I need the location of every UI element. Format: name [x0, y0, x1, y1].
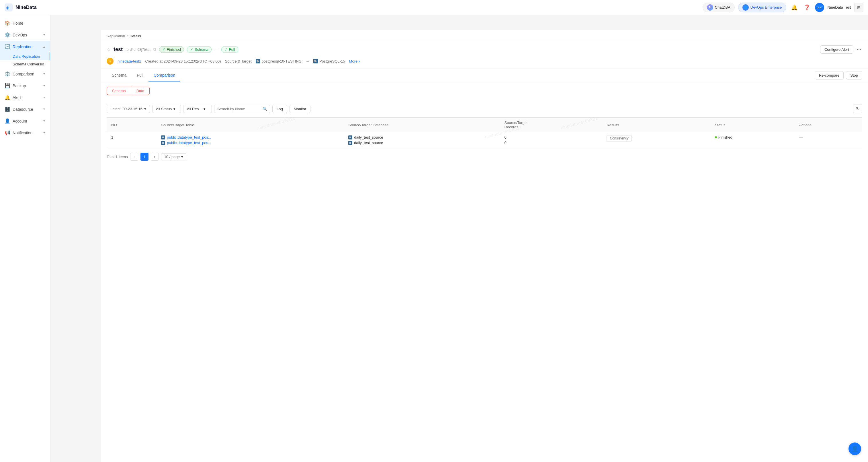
user-initials: TEST: [816, 6, 823, 9]
tab-full[interactable]: Full: [131, 69, 149, 82]
user-label[interactable]: NineData Test: [828, 5, 851, 9]
check-icon-full: ✓: [224, 47, 227, 52]
account-icon: 👤: [5, 118, 10, 124]
svg-text:◈: ◈: [6, 5, 10, 10]
account-chevron-icon: ▼: [43, 119, 45, 122]
topbar: ◈ NineData AI ChatDBA 🌐 DevOps Enterpris…: [0, 0, 868, 15]
support-button[interactable]: 👤: [848, 442, 861, 455]
col-source-target-db: Source/Target Database: [344, 118, 500, 132]
target-table-icon: ▦: [161, 141, 165, 145]
subtab-data[interactable]: Data: [131, 87, 150, 95]
configure-alert-button[interactable]: Configure Alert: [820, 45, 854, 54]
devops-chevron-icon: ▼: [43, 33, 45, 36]
toolbar-left: Latest: 09-23 15:16 ▾ All Status ▾ All R…: [106, 105, 310, 113]
target-table-name[interactable]: public.datatype_test_pos...: [167, 141, 211, 145]
action-dash: —: [799, 135, 803, 140]
per-page-select[interactable]: 10 / page ▾: [161, 153, 186, 161]
status-filter[interactable]: All Status ▾: [152, 105, 181, 113]
sidebar-label-alert: Alert: [12, 95, 21, 100]
alert-chevron-icon: ▼: [43, 96, 45, 99]
sidebar-item-comparison[interactable]: ⚖️Comparison ▼: [0, 68, 50, 80]
status-filter-chevron-icon: ▾: [174, 107, 176, 111]
page-container: Replication / Details ☆ test rp-d4dh68j7…: [101, 30, 868, 462]
more-dots-icon[interactable]: ···: [856, 45, 862, 54]
pagination: Total 1 Items ‹ 1 › 10 / page ▾: [106, 153, 862, 161]
subtab-schema[interactable]: Schema: [106, 87, 131, 95]
breadcrumb: Replication / Details: [101, 30, 868, 41]
star-icon[interactable]: ☆: [106, 47, 111, 52]
search-icon-button[interactable]: 🔍: [260, 105, 270, 113]
created-at-text: Created at 2024-09-23 15:12:02(UTC +08:0…: [145, 59, 221, 63]
devops-label: DevOps Enterprise: [750, 5, 782, 9]
sidebar-item-account[interactable]: 👤Account ▼: [0, 115, 50, 127]
copy-icon[interactable]: ⧉: [153, 47, 156, 52]
sidebar-label-datasource: Datasource: [12, 107, 33, 112]
breadcrumb-separator: /: [127, 34, 128, 38]
source-db-cell-name: daily_test_source: [354, 135, 383, 140]
cell-no: 1: [106, 132, 156, 148]
chatdba-label: ChatDBA: [715, 5, 731, 9]
notification-chevron-icon: ▼: [43, 131, 45, 134]
chatdba-button[interactable]: AI ChatDBA: [703, 3, 735, 12]
res-filter[interactable]: All Res... ▾: [183, 105, 212, 113]
finished-label: Finished: [167, 47, 181, 52]
help-icon[interactable]: ❓: [802, 3, 811, 12]
more-link[interactable]: More ∨: [349, 59, 361, 63]
datasource-icon: 🗄️: [5, 107, 10, 112]
subtabs: Schema Data: [106, 87, 150, 95]
comparison-icon: ⚖️: [5, 71, 10, 77]
sidebar-item-notification[interactable]: 📢Notification ▼: [0, 127, 50, 139]
page-1-button[interactable]: 1: [141, 153, 149, 161]
recompare-button[interactable]: Re-compare: [815, 71, 844, 80]
next-page-button[interactable]: ›: [151, 153, 159, 161]
source-table-name[interactable]: public.datatype_test_pos...: [167, 135, 211, 140]
topbar-left: ◈ NineData: [5, 3, 37, 11]
sidebar-item-replication[interactable]: 🔄Replication ▲: [0, 41, 50, 53]
sidebar-item-data-replication[interactable]: Data Replication: [0, 53, 50, 60]
breadcrumb-parent[interactable]: Replication: [106, 34, 125, 38]
sidebar-item-datasource[interactable]: 🗄️Datasource ▼: [0, 103, 50, 115]
sidebar-item-devops[interactable]: ⚙️DevOps ▼: [0, 29, 50, 41]
grid-icon[interactable]: ⊞: [854, 3, 863, 12]
stop-button[interactable]: Stop: [846, 71, 862, 80]
support-icon: 👤: [851, 445, 859, 452]
tab-full-label: Full: [137, 73, 143, 78]
sidebar-label-schema-conversio: Schema Conversio: [12, 62, 44, 66]
sidebar-item-alert[interactable]: 🔔Alert ▼: [0, 91, 50, 103]
monitor-button[interactable]: Monitor: [289, 105, 310, 113]
table-container: ninedata-test 8321 ninedata-test 8321 ni…: [106, 117, 862, 148]
sidebar-item-backup[interactable]: 💾Backup ▼: [0, 80, 50, 91]
per-page-chevron-icon: ▾: [181, 155, 183, 159]
date-filter[interactable]: Latest: 09-23 15:16 ▾: [106, 105, 150, 113]
source-table-icon: ▦: [161, 136, 165, 140]
backup-icon: 💾: [5, 83, 10, 88]
title-row: ☆ test rp-d4dh68j7bkat ⧉ ✓ Finished ✓ Sc…: [101, 41, 868, 57]
datasource-chevron-icon: ▼: [43, 108, 45, 111]
devops-nav-icon: ⚙️: [5, 32, 10, 37]
sidebar-label-backup: Backup: [12, 84, 26, 88]
cell-result: Consistency: [602, 132, 710, 148]
sidebar: 🏠Home ⚙️DevOps ▼ 🔄Replication ▲ Data Rep…: [0, 15, 51, 462]
refresh-button[interactable]: ↻: [853, 104, 862, 113]
toolbar-right: ↻: [853, 104, 862, 113]
sidebar-label-notification: Notification: [12, 131, 32, 135]
sidebar-item-home[interactable]: 🏠Home: [0, 17, 50, 29]
tab-schema[interactable]: Schema: [106, 69, 131, 82]
prev-page-button[interactable]: ‹: [130, 153, 138, 161]
main-content: Replication / Details ☆ test rp-d4dh68j7…: [101, 30, 868, 462]
devops-button[interactable]: 🌐 DevOps Enterprise: [738, 3, 786, 12]
status-badge-finished: ✓ Finished: [159, 46, 184, 53]
source-db-tag: 🐘 postgresql-10-TESTING: [256, 59, 302, 63]
created-by-link[interactable]: ninedata-test1: [118, 59, 141, 63]
sidebar-item-schema-conversio[interactable]: Schema Conversio: [0, 60, 50, 68]
tab-comparison-label: Comparison: [154, 73, 175, 78]
col-results: Results: [602, 118, 710, 132]
target-db-cell-icon: ▦: [348, 141, 352, 145]
cell-databases: ▦ daily_test_source ▦ daily_test_source: [344, 132, 500, 148]
search-input[interactable]: [214, 105, 260, 113]
log-button[interactable]: Log: [272, 105, 287, 113]
tab-comparison[interactable]: Comparison: [149, 69, 180, 82]
cell-actions: —: [795, 132, 862, 148]
notifications-icon[interactable]: 🔔: [790, 3, 799, 12]
source-db-icon: 🐘: [256, 59, 260, 63]
